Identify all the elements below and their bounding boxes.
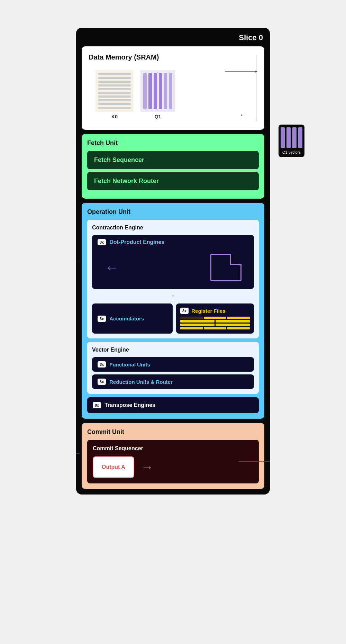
fetch-network-router-block: Fetch Network Router	[87, 172, 259, 190]
transpose-engines-block: 8x Transpose Engines	[87, 397, 259, 413]
k0-stripe-4	[98, 84, 131, 87]
fetch-sequencer-block: Fetch Sequencer	[87, 151, 259, 169]
register-frame	[210, 254, 242, 281]
fetch-unit-section: Fetch Unit Fetch Sequencer Fetch Network…	[82, 134, 264, 199]
q1-vectors-cols	[281, 127, 302, 148]
vector-engine-title: Vector Engine	[92, 347, 254, 353]
data-memory-title: Data Memory (SRAM)	[89, 53, 257, 61]
fetch-network-router-label: Fetch Network Router	[94, 178, 159, 184]
commit-sequencer-title: Commit Sequencer	[93, 445, 253, 452]
commit-sequencer-block: Commit Sequencer Output A →	[87, 440, 259, 483]
dot-product-label: Dot-Product Engines	[109, 239, 164, 245]
q1v-col-1	[281, 127, 285, 148]
transpose-engines-label: Transpose Engines	[104, 402, 155, 408]
accumulator-block: 8x Accumulators	[92, 303, 173, 334]
reg-stripe-row-1	[180, 317, 250, 319]
reduction-units-block: 8x Reduction Units & Router	[92, 374, 254, 389]
dot-product-badge: 8x	[98, 239, 106, 245]
k0-block: K0	[95, 70, 134, 119]
k0-stripe-1	[98, 73, 131, 75]
left-arrow-icon: ←	[104, 259, 119, 276]
q1v-col-3	[292, 127, 297, 148]
commit-unit-section: Commit Unit Commit Sequencer Output A →	[82, 423, 264, 489]
reg-stripe-row-2	[180, 320, 250, 323]
dot-product-arrow-area: ←	[98, 250, 248, 285]
q1-vectors-label: Q1 vectors	[282, 150, 301, 154]
contraction-engine-title: Contraction Engine	[92, 225, 254, 231]
q1-columns	[140, 70, 175, 112]
dot-product-block: 8x Dot-Product Engines ←	[92, 235, 254, 289]
output-arrow-row: Output A →	[93, 456, 253, 478]
accumulator-badge: 8x	[98, 316, 106, 322]
dot-product-badge-row: 8x Dot-Product Engines	[98, 239, 248, 245]
up-arrow-icon: ↑	[92, 292, 254, 301]
k0-stripe-9	[98, 103, 131, 105]
memory-visuals: K0 Q1 ←	[89, 67, 257, 123]
operation-unit-section: Operation Unit Contraction Engine 8x Dot…	[82, 203, 264, 419]
k0-stripe-5	[98, 88, 131, 90]
accumulator-label: Accumulators	[109, 316, 144, 321]
q1-col-5	[164, 73, 167, 109]
output-a-box-label: Output A	[102, 464, 125, 470]
q1-col-2	[148, 73, 152, 109]
q1-label: Q1	[155, 114, 161, 119]
slice-title: Slice 0	[82, 33, 264, 42]
register-files-label: Register Files	[191, 308, 225, 314]
slice-container: Slice 0 Data Memory (SRAM)	[76, 28, 270, 495]
register-files-block: 8x Register Files	[176, 303, 254, 334]
functional-units-badge: 8x	[98, 361, 106, 368]
reg-stripe-row-3	[180, 324, 250, 326]
commit-unit-title: Commit Unit	[87, 428, 259, 436]
transpose-engines-badge: 8x	[93, 402, 101, 408]
fetch-sequencer-label: Fetch Sequencer	[94, 156, 144, 163]
k0-stripe-7	[98, 96, 131, 98]
functional-units-label: Functional Units	[109, 362, 150, 368]
register-stripes	[180, 317, 250, 329]
q1v-col-4	[298, 127, 302, 148]
q1-col-3	[154, 73, 157, 109]
output-a-box: Output A	[93, 456, 134, 478]
reg-stripe-row-4	[180, 327, 250, 329]
data-memory-section: Data Memory (SRAM)	[82, 46, 264, 130]
reduction-units-label: Reduction Units & Router	[109, 379, 173, 385]
memory-arrow-icon: ←	[239, 110, 247, 119]
k0-stripe-2	[98, 77, 131, 79]
k0-stripe-6	[98, 92, 131, 94]
k0-stripe-10	[98, 107, 131, 109]
reduction-units-badge: 8x	[98, 379, 106, 385]
q1v-col-2	[286, 127, 291, 148]
operation-unit-title: Operation Unit	[87, 208, 259, 216]
q1-vectors-box: Q1 vectors	[279, 125, 304, 157]
vector-engine: Vector Engine 8x Functional Units 8x Red…	[87, 342, 259, 394]
k0-stripes	[95, 70, 134, 112]
q1-col-1	[143, 73, 147, 109]
page-wrapper: Output A Slice 0 Data Memory (SRAM)	[0, 0, 346, 644]
bottom-row: 8x Accumulators 8x Register Files	[92, 303, 254, 334]
k0-label: K0	[111, 114, 118, 119]
q1-col-6	[169, 73, 172, 109]
k0-stripe-8	[98, 99, 131, 101]
right-arrow-large-icon: →	[141, 460, 154, 474]
q1-col-4	[159, 73, 162, 109]
register-files-header: 8x Register Files	[180, 308, 250, 314]
contraction-engine: Contraction Engine 8x Dot-Product Engine…	[87, 220, 259, 338]
functional-units-block: 8x Functional Units	[92, 357, 254, 372]
fetch-unit-title: Fetch Unit	[87, 139, 259, 147]
register-files-badge: 8x	[180, 308, 189, 314]
q1-block: Q1	[140, 70, 175, 119]
k0-stripe-3	[98, 81, 131, 83]
